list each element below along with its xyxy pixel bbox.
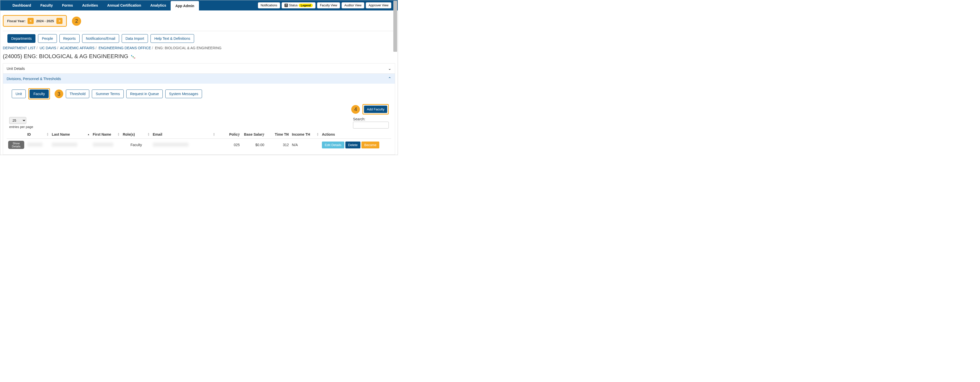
top-nav: Dashboard Faculty Forms Activities Annua… <box>0 0 398 10</box>
subtab-notifications-email[interactable]: Notifications/Email <box>82 34 119 43</box>
nav-faculty[interactable]: Faculty <box>36 0 57 10</box>
cell-policy: 025 <box>234 143 240 147</box>
divisions-title: Divisions, Personnel & Thresholds <box>6 77 61 81</box>
cell-email <box>153 143 188 146</box>
scrollbar-thumb[interactable] <box>393 1 397 52</box>
annotation-4: 4 <box>351 105 360 114</box>
divisions-panel: Divisions, Personnel & Thresholds ⌃ Unit… <box>3 74 395 155</box>
crumb-uc-davis[interactable]: UC DAVIS <box>40 46 56 50</box>
chevron-down-icon: ⌄ <box>388 66 391 71</box>
cell-time-th: 312 <box>283 143 289 147</box>
annotation-3: 3 <box>54 89 63 98</box>
crumb-academic-affairs[interactable]: ACADEMIC AFFAIRS <box>60 46 94 50</box>
divisions-header[interactable]: Divisions, Personnel & Thresholds ⌃ <box>3 74 395 84</box>
edit-details-button[interactable]: Edit Details <box>322 142 344 148</box>
col-last-name[interactable]: Last Name▲ <box>50 130 91 139</box>
table-row: Show Details Faculty 025 $0.00 312 N/A E… <box>6 139 391 151</box>
faculty-table: ID▲▼ Last Name▲ First Name▲▼ Role(s)▲▼ E… <box>6 130 391 151</box>
subtab-reports[interactable]: Reports <box>59 34 80 43</box>
search-label: Search: <box>353 117 389 121</box>
annotation-frame-4: Add Faculty <box>363 104 389 115</box>
nav-activities[interactable]: Activities <box>78 0 103 10</box>
chevron-up-icon: ⌃ <box>388 76 391 81</box>
show-details-button[interactable]: Show Details <box>8 141 24 149</box>
col-email[interactable]: Email▲▼ <box>151 130 217 139</box>
inner-tabs: Unit Faculty 3 Threshold Summer Terms Re… <box>6 87 391 104</box>
cell-id <box>27 143 43 146</box>
subtab-help-text[interactable]: Help Text & Definitions <box>151 34 194 43</box>
nav-dashboard[interactable]: Dashboard <box>8 0 36 10</box>
nav-analytics[interactable]: Analytics <box>146 0 171 10</box>
page-size-label: entries per page <box>9 125 33 129</box>
table-header-row: ID▲▼ Last Name▲ First Name▲▼ Role(s)▲▼ E… <box>6 130 391 139</box>
faculty-view-button[interactable]: Faculty View <box>317 2 340 8</box>
innertab-summer-terms[interactable]: Summer Terms <box>92 89 124 98</box>
nav-forms[interactable]: Forms <box>57 0 78 10</box>
org-chart-icon[interactable] <box>131 54 135 59</box>
page-title-text: (24005) ENG: BIOLOGICAL & AG ENGINEERING <box>3 53 128 60</box>
unit-details-panel: Unit Details ⌄ <box>3 63 395 74</box>
unit-details-header[interactable]: Unit Details ⌄ <box>3 64 395 73</box>
nav-annual-certification[interactable]: Annual Certification <box>103 0 146 10</box>
subtab-data-import[interactable]: Data Import <box>122 34 148 43</box>
innertab-system-messages[interactable]: System Messages <box>165 89 202 98</box>
auditor-view-button[interactable]: Auditor View <box>342 2 364 8</box>
fiscal-year-value: 2024 - 2025 <box>36 19 54 23</box>
search-input[interactable] <box>353 122 389 129</box>
admin-subtabs: Departments People Reports Notifications… <box>0 33 398 45</box>
col-actions: Actions <box>320 130 391 139</box>
subtab-departments[interactable]: Departments <box>7 34 35 43</box>
page-size-select[interactable]: 25 <box>9 117 26 124</box>
innertab-request-queue[interactable]: Request in Queue <box>126 89 163 98</box>
cell-income-th: N/A <box>292 143 298 147</box>
crumb-current: ENG: BIOLOGICAL & AG ENGINEERING <box>155 46 222 50</box>
annotation-2: 2 <box>72 17 81 26</box>
col-base-salary[interactable]: Base Salary▲▼ <box>241 130 266 139</box>
col-policy[interactable]: Policy▲▼ <box>216 130 241 139</box>
subtab-people[interactable]: People <box>38 34 57 43</box>
crumb-department-list[interactable]: DEPARTMENT LIST <box>3 46 35 50</box>
cell-base-salary: $0.00 <box>255 143 264 147</box>
col-roles[interactable]: Role(s)▲▼ <box>121 130 151 139</box>
status-legend-button[interactable]: ? Status Legend <box>282 2 315 8</box>
col-income-th[interactable]: Income TH▲▼ <box>290 130 320 139</box>
status-label: Status <box>289 3 298 7</box>
fiscal-year-next-button[interactable]: > <box>56 18 62 24</box>
legend-pill: Legend <box>299 3 313 7</box>
become-button[interactable]: Become <box>361 142 379 148</box>
page-title: (24005) ENG: BIOLOGICAL & AG ENGINEERING <box>0 52 398 63</box>
cell-roles: Faculty <box>130 143 142 147</box>
fiscal-year-selector: Fiscal Year: < 2024 - 2025 > <box>3 15 67 27</box>
annotation-frame-3: Faculty <box>28 88 50 99</box>
col-id[interactable]: ID▲▼ <box>26 130 50 139</box>
breadcrumb: DEPARTMENT LIST/ UC DAVIS/ ACADEMIC AFFA… <box>0 45 398 52</box>
cell-last-name <box>52 143 77 146</box>
cell-first-name <box>93 143 113 146</box>
unit-details-title: Unit Details <box>6 67 25 71</box>
notifications-button[interactable]: Notifications <box>258 2 280 8</box>
col-first-name[interactable]: First Name▲▼ <box>91 130 121 139</box>
innertab-unit[interactable]: Unit <box>12 89 26 98</box>
approver-view-button[interactable]: Approver View <box>366 2 391 8</box>
svg-rect-0 <box>131 55 132 56</box>
innertab-faculty[interactable]: Faculty <box>30 89 49 98</box>
add-faculty-button[interactable]: Add Faculty <box>364 105 387 113</box>
fiscal-year-prev-button[interactable]: < <box>27 18 34 24</box>
help-icon: ? <box>285 3 288 7</box>
crumb-engineering-deans[interactable]: ENGINEERING DEANS OFFICE <box>99 46 151 50</box>
nav-app-admin[interactable]: App Admin <box>171 1 199 10</box>
fiscal-year-label: Fiscal Year: <box>7 19 25 23</box>
col-expand <box>6 130 26 139</box>
separator <box>3 31 395 31</box>
delete-button[interactable]: Delete <box>345 142 361 148</box>
col-time-th[interactable]: Time TH▲▼ <box>266 130 290 139</box>
innertab-threshold[interactable]: Threshold <box>66 89 89 98</box>
